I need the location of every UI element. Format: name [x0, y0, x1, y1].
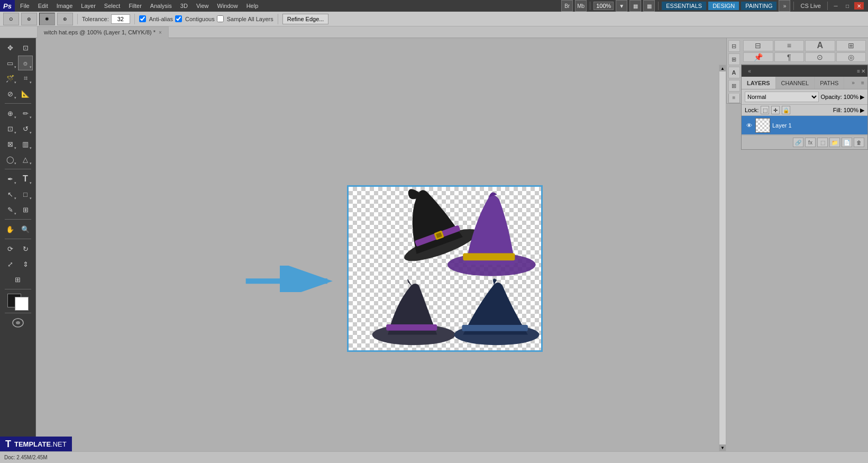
menu-image[interactable]: Image	[52, 0, 77, 12]
layers-tab-paths[interactable]: PATHS	[815, 77, 844, 89]
crop-tool[interactable]: ⌗ ▾	[18, 71, 33, 86]
new-layer-btn[interactable]: 📄	[842, 138, 852, 147]
quick-select-tool[interactable]: 🪄 ▾	[3, 71, 17, 86]
mini-btn-char[interactable]: A	[728, 67, 740, 78]
menu-view[interactable]: View	[192, 0, 213, 12]
contiguous-checkbox[interactable]	[175, 15, 182, 22]
menu-help[interactable]: Help	[242, 0, 263, 12]
sample-all-layers-checkbox[interactable]	[217, 15, 224, 22]
3d-pan-tool[interactable]: ⤢	[3, 257, 17, 271]
tool-wand1[interactable]: ⊙	[3, 13, 19, 25]
history-brush-tool[interactable]: ↺ ▾	[18, 121, 33, 136]
refine-edge-btn[interactable]: Refine Edge...	[282, 14, 329, 24]
layers-panel-close[interactable]: ✕	[861, 68, 865, 74]
menu-layer[interactable]: Layer	[77, 0, 100, 12]
artboard-tool[interactable]: ⊡	[18, 40, 33, 55]
menu-filter[interactable]: Filter	[124, 0, 145, 12]
add-effect-btn[interactable]: fx	[805, 138, 816, 147]
ruler-tool[interactable]: 📐	[18, 86, 33, 101]
menu-window[interactable]: Window	[213, 0, 242, 12]
blend-mode-select[interactable]: Normal Multiply Screen	[745, 92, 819, 102]
layers-panel-pin[interactable]: ≡	[858, 78, 867, 88]
opacity-value[interactable]: 100%	[844, 94, 858, 100]
layers-panel-options[interactable]: »	[848, 78, 858, 88]
scroll-up-btn[interactable]: ▲	[719, 65, 726, 71]
3d-roll-tool[interactable]: ↻	[18, 241, 33, 256]
shape-tool[interactable]: □ ▾	[18, 187, 33, 202]
rt-arrange-icon[interactable]: ⊟	[743, 40, 773, 51]
layer-visibility-btn[interactable]: 👁	[745, 121, 753, 130]
view-options2[interactable]: ▦	[643, 0, 655, 12]
rt-text-icon[interactable]: ¶	[774, 52, 805, 62]
tolerance-input[interactable]	[111, 14, 130, 24]
rt-vert-text-icon[interactable]: ⊙	[805, 52, 835, 62]
rt-circle-icon[interactable]: ◎	[836, 52, 866, 62]
tool-wand4[interactable]: ⊛	[57, 13, 73, 25]
new-group-btn[interactable]: 📁	[829, 138, 840, 147]
type-tool[interactable]: T ▾	[18, 171, 33, 186]
rt-table-icon[interactable]: ⊞	[836, 40, 866, 51]
lasso-tool[interactable]: ⌾ ▾	[18, 56, 33, 70]
gradient-tool[interactable]: ▥ ▾	[18, 137, 33, 151]
fill-value[interactable]: 100%	[844, 107, 858, 113]
menu-edit[interactable]: Edit	[34, 0, 52, 12]
dodge-tool[interactable]: ◯ ▾	[3, 152, 17, 167]
rect-marquee-tool[interactable]: ▭ ▾	[3, 56, 17, 70]
layers-tab-layers[interactable]: LAYERS	[742, 77, 776, 89]
view-options[interactable]: ▦	[629, 0, 641, 12]
hand-tool[interactable]: ✋	[3, 222, 17, 237]
menu-select[interactable]: Select	[100, 0, 125, 12]
pen-tool[interactable]: ✒ ▾	[3, 171, 17, 186]
tool-wand3[interactable]: ✱	[39, 13, 55, 25]
cslive-btn[interactable]: CS Live	[797, 3, 824, 9]
clone-stamp-tool[interactable]: ⊡ ▾	[3, 121, 17, 136]
mini-btn-arrange[interactable]: ⊟	[728, 40, 740, 52]
lock-position-btn[interactable]: ✛	[771, 106, 780, 114]
lock-pixels-btn[interactable]: ⬚	[761, 106, 769, 114]
background-color[interactable]	[15, 297, 29, 311]
3d-rotate-tool[interactable]: ⟳	[3, 241, 17, 256]
mini-btn-align[interactable]: ⊞	[728, 53, 740, 65]
workspace-design[interactable]: DESIGN	[708, 2, 739, 10]
3d-scale-tool[interactable]: ⊞	[11, 272, 25, 287]
tool-wand2[interactable]: ⊚	[21, 13, 37, 25]
eyedropper-tool[interactable]: ⊘ ▾	[3, 86, 17, 101]
add-mask-btn[interactable]: ⬚	[817, 138, 828, 147]
restore-btn[interactable]: □	[843, 2, 852, 10]
spot-heal-tool[interactable]: ⊕ ▾	[3, 106, 17, 121]
quick-mask-btn[interactable]	[10, 315, 26, 330]
layers-panel-menu[interactable]: ≡	[857, 68, 860, 74]
opacity-stepper[interactable]: ▶	[860, 94, 864, 101]
link-layers-btn[interactable]: 🔗	[793, 138, 803, 147]
layer-item-1[interactable]: 👁 Layer 1	[742, 116, 867, 135]
rt-pin-icon[interactable]: 📌	[743, 52, 773, 62]
count-tool[interactable]: ⊞	[18, 202, 33, 217]
eraser-tool[interactable]: ⊠ ▾	[3, 137, 17, 151]
anti-alias-checkbox[interactable]	[139, 15, 146, 22]
zoom-dropdown[interactable]: ▼	[616, 0, 627, 12]
layers-tab-channel[interactable]: CHANNEL	[776, 77, 815, 89]
menu-3d[interactable]: 3D	[176, 0, 192, 12]
menu-analysis[interactable]: Analysis	[146, 0, 176, 12]
workspace-essentials[interactable]: ESSENTIALS	[662, 2, 706, 10]
rt-char-icon[interactable]: A	[805, 40, 835, 51]
document-tab[interactable]: witch hat.eps @ 100% (Layer 1, CMYK/8) *…	[37, 26, 169, 38]
lock-all-btn[interactable]: 🔒	[782, 106, 790, 114]
scroll-thumb-v[interactable]	[719, 71, 726, 444]
sharpen-tool[interactable]: △ ▾	[18, 152, 33, 167]
bridge-btn[interactable]: Br	[561, 0, 573, 12]
layers-panel-expand[interactable]: «	[744, 65, 755, 77]
fill-stepper[interactable]: ▶	[860, 107, 864, 114]
mini-btn-table[interactable]: ⊞	[728, 80, 740, 92]
workspace-painting[interactable]: PAINTING	[741, 2, 776, 10]
minibridge-btn[interactable]: Mb	[575, 0, 587, 12]
3d-slide-tool[interactable]: ⇕	[18, 257, 33, 271]
zoom-tool[interactable]: 🔍	[18, 222, 33, 237]
canvas-scrollbar-v[interactable]: ▲ ▼	[719, 65, 726, 451]
menu-file[interactable]: File	[16, 0, 34, 12]
brush-tool[interactable]: ✏ ▾	[18, 106, 33, 121]
scroll-down-btn[interactable]: ▼	[719, 444, 726, 451]
tab-close-btn[interactable]: ×	[159, 30, 162, 35]
path-select-tool[interactable]: ↖ ▾	[3, 187, 17, 202]
minimize-btn[interactable]: ─	[831, 2, 840, 10]
